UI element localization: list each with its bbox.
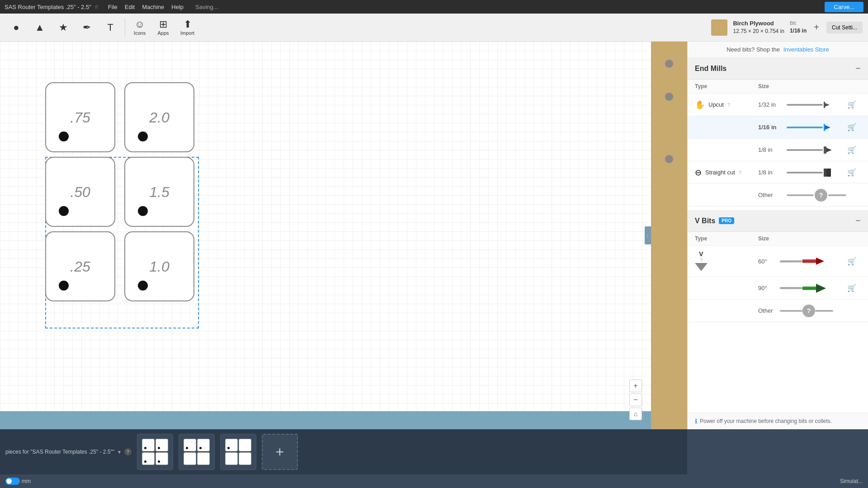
v-bits-section: V Bits PRO − Type Size V ? xyxy=(688,210,868,322)
bit-row-v-60[interactable]: V ? 60° 🛒 xyxy=(688,246,868,277)
bit-row-v-other[interactable]: Other ? xyxy=(688,300,868,322)
piece-thumb-3[interactable] xyxy=(220,434,256,470)
cart-icon-1-16[interactable]: 🛒 xyxy=(847,123,861,131)
preview-hole-1 xyxy=(665,60,673,68)
straight-cut-info-icon[interactable]: ? xyxy=(739,170,741,175)
die-label-050: .50 xyxy=(70,183,90,200)
end-mills-table-header: Type Size xyxy=(688,80,868,94)
triangle-tool[interactable]: ▲ xyxy=(29,21,51,34)
bit-info: Bit: 1/16 in xyxy=(790,20,807,34)
preview-hole-2 xyxy=(665,93,673,101)
pieces-label: pieces for "SAS Router Templates .25" - … xyxy=(5,449,114,455)
v-bit-shape-icon xyxy=(695,263,708,272)
v-60-cell: 60° xyxy=(758,258,847,265)
bit-row-upcut-1-16[interactable]: 1/16 in 🛒 xyxy=(688,116,868,139)
canvas-area[interactable]: .75 2.0 .50 1.5 .25 xyxy=(0,42,687,429)
other-bit-visual: ? xyxy=(787,189,846,202)
upcut-info-icon[interactable]: ? xyxy=(727,102,730,108)
end-mills-collapse-button[interactable]: − xyxy=(855,63,861,74)
bit-size: 1/16 in xyxy=(790,27,807,35)
size-1-16-label: 1/16 in xyxy=(758,124,783,131)
straight-cut-label: Straight cut xyxy=(705,169,735,176)
circle-tool[interactable]: ● xyxy=(5,21,27,34)
menu-help[interactable]: Help xyxy=(171,4,184,10)
bit-visual-1-16 xyxy=(787,124,847,131)
star-icon[interactable]: ☆ xyxy=(94,4,99,10)
warning-text: Power off your machine before changing b… xyxy=(700,418,832,424)
die-face-050[interactable]: .50 xyxy=(45,157,115,227)
bit-visual-1-32 xyxy=(787,102,847,108)
v-bits-title: V Bits xyxy=(695,217,715,225)
piece-thumb-2[interactable] xyxy=(179,434,215,470)
simulate-button[interactable]: Simulat... xyxy=(840,478,863,484)
straight-1-8-label: 1/8 in xyxy=(758,169,783,176)
carve-button[interactable]: Carve... xyxy=(825,2,863,12)
panel-handle[interactable]: ⋮ xyxy=(645,226,651,244)
menu-bar: File Edit Machine Help Saving... xyxy=(108,4,218,10)
bit-row-straight-1-8[interactable]: ⊖ Straight cut ? 1/8 in 🛒 xyxy=(688,161,868,184)
grid-canvas: .75 2.0 .50 1.5 .25 xyxy=(0,42,669,411)
icons-tool[interactable]: ☺ Icons xyxy=(129,18,151,38)
chevron-down-icon[interactable]: ▼ xyxy=(117,450,122,455)
die-face-20[interactable]: 2.0 xyxy=(124,82,194,152)
bit-row-other[interactable]: Other ? xyxy=(688,184,868,206)
v-bits-collapse-button[interactable]: − xyxy=(855,216,861,226)
v-type-cell: V ? xyxy=(695,250,758,272)
v-label: V xyxy=(699,250,703,258)
text-icon: T xyxy=(107,23,113,33)
die-face-025[interactable]: .25 xyxy=(45,231,115,301)
die-face-15[interactable]: 1.5 xyxy=(124,157,194,227)
apps-tool[interactable]: ⊞ Apps xyxy=(152,18,174,38)
upcut-type-cell: ✋ Upcut ? xyxy=(695,100,758,110)
cart-icon-1-8[interactable]: 🛒 xyxy=(847,145,861,154)
inventables-store-link[interactable]: Inventables Store xyxy=(783,46,829,53)
zoom-in-button[interactable]: + xyxy=(629,380,642,392)
saving-indicator: Saving... xyxy=(195,4,218,10)
upcut-icon: ✋ xyxy=(695,100,705,110)
v-90-cell: 90° xyxy=(758,284,847,293)
add-material-button[interactable]: + xyxy=(812,20,821,34)
die-label-15: 1.5 xyxy=(149,183,169,200)
pieces-help-icon[interactable]: ? xyxy=(124,448,132,455)
cart-icon-straight-1-8[interactable]: 🛒 xyxy=(847,168,861,177)
straight-cut-icon: ⊖ xyxy=(695,168,702,178)
die-label-075: .75 xyxy=(70,109,90,126)
mm-toggle[interactable]: mm xyxy=(5,478,31,485)
zoom-out-button[interactable]: − xyxy=(629,394,642,406)
die-label-025: .25 xyxy=(70,258,90,275)
import-tool[interactable]: ⬆ Import xyxy=(176,18,199,38)
add-piece-button[interactable]: + xyxy=(262,434,298,470)
text-tool[interactable]: T xyxy=(99,21,121,34)
cut-settings-button[interactable]: Cut Setti... xyxy=(826,22,863,33)
wood-preview-panel xyxy=(651,42,687,429)
bit-visual-straight-1-8 xyxy=(787,169,847,177)
menu-machine[interactable]: Machine xyxy=(142,4,164,10)
apps-label: Apps xyxy=(157,30,169,36)
v-info-icon[interactable]: ? xyxy=(700,258,703,263)
size-header: Size xyxy=(758,83,861,89)
cart-icon-v-60[interactable]: 🛒 xyxy=(847,257,861,266)
home-button[interactable]: ⌂ xyxy=(629,408,642,420)
pen-tool[interactable]: ✒ xyxy=(76,21,98,34)
bit-row-v-90[interactable]: 90° 🛒 xyxy=(688,277,868,300)
star-shape-icon: ★ xyxy=(59,23,68,33)
bit-row-upcut-1-32[interactable]: ✋ Upcut ? 1/32 in 🛒 xyxy=(688,94,868,116)
bit-row-upcut-1-8[interactable]: 1/8 in 🛒 xyxy=(688,139,868,161)
size-1-32-label: 1/32 in xyxy=(758,101,783,108)
die-face-075[interactable]: .75 xyxy=(45,82,115,152)
other-label: Other xyxy=(758,192,783,198)
v-bits-table-header: Type Size xyxy=(688,232,868,246)
die-label-20: 2.0 xyxy=(149,109,169,126)
material-info: Birch Plywood 12.75 × 20 × 0.754 in xyxy=(733,19,784,35)
v-type-header: Type xyxy=(695,235,758,242)
piece-thumb-1[interactable] xyxy=(137,434,173,470)
cart-icon-1-32[interactable]: 🛒 xyxy=(847,100,861,109)
shop-info-bar: Need bits? Shop the Inventables Store xyxy=(688,42,868,58)
bit-label: Bit: xyxy=(790,20,807,27)
menu-file[interactable]: File xyxy=(108,4,118,10)
die-face-10[interactable]: 1.0 xyxy=(124,231,194,301)
cart-icon-v-90[interactable]: 🛒 xyxy=(847,284,861,292)
menu-edit[interactable]: Edit xyxy=(125,4,135,10)
import-label: Import xyxy=(180,30,194,36)
star-tool[interactable]: ★ xyxy=(52,21,74,34)
